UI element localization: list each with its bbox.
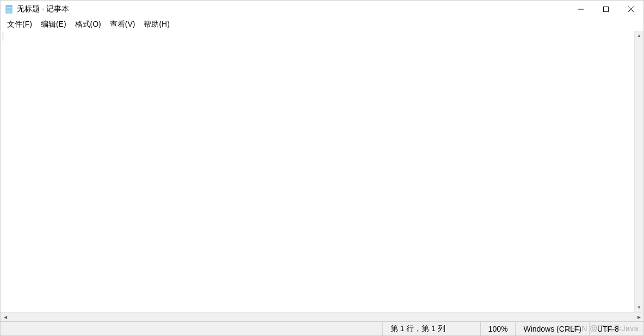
text-caret — [3, 32, 3, 41]
notepad-icon — [5, 5, 14, 14]
menu-format[interactable]: 格式(O) — [71, 19, 106, 30]
status-line-ending: Windows (CRLF) — [515, 322, 589, 335]
scroll-down-icon[interactable]: ▼ — [635, 303, 643, 312]
menu-help[interactable]: 帮助(H) — [139, 19, 174, 30]
window-controls — [568, 1, 643, 18]
menu-view[interactable]: 查看(V) — [106, 19, 140, 30]
status-encoding: UTF-8 — [589, 322, 643, 335]
editor-area: ▲ ▼ — [1, 31, 643, 312]
vertical-scroll-track[interactable] — [635, 40, 643, 303]
horizontal-scroll-track[interactable] — [10, 313, 634, 321]
scroll-right-icon[interactable]: ▶ — [634, 313, 643, 321]
window-title: 无标题 - 记事本 — [17, 4, 69, 14]
minimize-button[interactable] — [568, 1, 593, 18]
titlebar: 无标题 - 记事本 — [1, 1, 643, 18]
close-button[interactable] — [618, 1, 643, 18]
maximize-button[interactable] — [593, 1, 618, 18]
scroll-left-icon[interactable]: ◀ — [1, 313, 10, 321]
statusbar-filler — [1, 322, 382, 335]
svg-rect-6 — [604, 7, 609, 12]
status-zoom: 100% — [480, 322, 516, 335]
horizontal-scrollbar[interactable]: ◀ ▶ — [1, 312, 643, 321]
text-editor[interactable] — [1, 31, 634, 312]
menu-file[interactable]: 文件(F) — [3, 19, 36, 30]
status-position: 第 1 行，第 1 列 — [382, 322, 480, 335]
menubar: 文件(F) 编辑(E) 格式(O) 查看(V) 帮助(H) — [1, 18, 643, 31]
vertical-scrollbar[interactable]: ▲ ▼ — [634, 31, 643, 312]
scroll-up-icon[interactable]: ▲ — [635, 31, 643, 40]
menu-edit[interactable]: 编辑(E) — [36, 19, 71, 30]
statusbar: 第 1 行，第 1 列 100% Windows (CRLF) UTF-8 — [1, 321, 643, 335]
svg-rect-1 — [6, 5, 12, 7]
